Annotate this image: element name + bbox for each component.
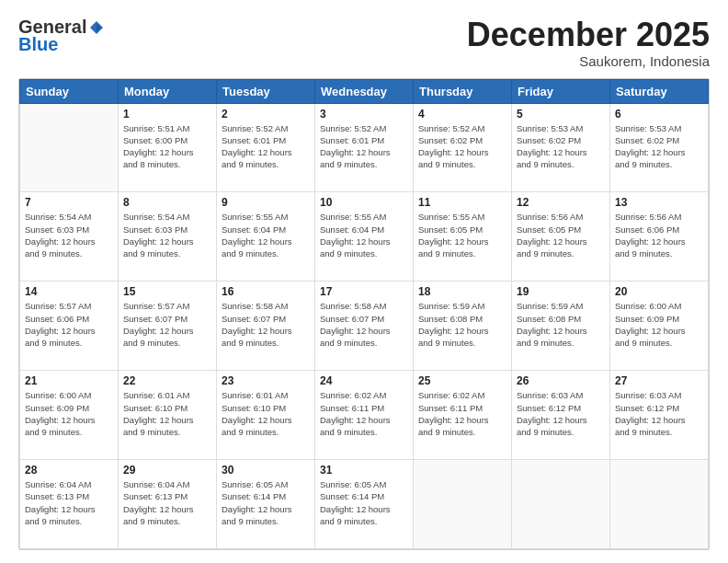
day-number: 10: [320, 196, 408, 209]
day-info: Sunrise: 6:04 AM Sunset: 6:13 PM Dayligh…: [25, 478, 113, 527]
day-cell: 29Sunrise: 6:04 AM Sunset: 6:13 PM Dayli…: [119, 460, 217, 549]
day-info: Sunrise: 5:54 AM Sunset: 6:03 PM Dayligh…: [25, 211, 113, 259]
day-number: 25: [418, 374, 506, 387]
day-cell: 18Sunrise: 5:59 AM Sunset: 6:08 PM Dayli…: [414, 282, 512, 371]
week-row-2: 7Sunrise: 5:54 AM Sunset: 6:03 PM Daylig…: [20, 192, 709, 282]
day-cell: 19Sunrise: 5:59 AM Sunset: 6:08 PM Dayli…: [512, 282, 610, 371]
week-row-1: 1Sunrise: 5:51 AM Sunset: 6:00 PM Daylig…: [20, 103, 709, 192]
day-number: 26: [517, 374, 605, 387]
day-number: 14: [25, 285, 113, 298]
day-header-monday: Monday: [119, 79, 217, 103]
day-number: 16: [222, 285, 310, 298]
day-info: Sunrise: 5:51 AM Sunset: 6:00 PM Dayligh…: [123, 122, 211, 171]
day-info: Sunrise: 6:03 AM Sunset: 6:12 PM Dayligh…: [517, 389, 605, 438]
day-header-tuesday: Tuesday: [217, 79, 315, 103]
day-header-sunday: Sunday: [20, 79, 119, 103]
day-cell: 4Sunrise: 5:52 AM Sunset: 6:02 PM Daylig…: [414, 103, 512, 192]
day-info: Sunrise: 6:02 AM Sunset: 6:11 PM Dayligh…: [418, 389, 506, 438]
day-cell: 11Sunrise: 5:55 AM Sunset: 6:05 PM Dayli…: [414, 192, 512, 282]
day-number: 21: [25, 374, 113, 387]
day-number: 9: [222, 196, 310, 209]
day-cell: 5Sunrise: 5:53 AM Sunset: 6:02 PM Daylig…: [512, 103, 610, 192]
logo: General Blue: [18, 17, 105, 55]
day-cell: 3Sunrise: 5:52 AM Sunset: 6:01 PM Daylig…: [315, 103, 414, 192]
day-number: 22: [123, 374, 211, 387]
logo-blue-text: Blue: [18, 34, 58, 55]
day-cell: 27Sunrise: 6:03 AM Sunset: 6:12 PM Dayli…: [610, 371, 709, 460]
day-number: 27: [615, 374, 703, 387]
day-info: Sunrise: 5:59 AM Sunset: 6:08 PM Dayligh…: [418, 300, 506, 349]
day-info: Sunrise: 6:00 AM Sunset: 6:09 PM Dayligh…: [25, 389, 113, 438]
day-number: 24: [320, 374, 408, 387]
day-cell: 16Sunrise: 5:58 AM Sunset: 6:07 PM Dayli…: [217, 282, 315, 371]
day-number: 28: [25, 464, 113, 477]
day-cell: 13Sunrise: 5:56 AM Sunset: 6:06 PM Dayli…: [610, 192, 709, 282]
day-cell: 12Sunrise: 5:56 AM Sunset: 6:05 PM Dayli…: [512, 192, 610, 282]
day-number: 19: [517, 285, 605, 298]
day-number: 7: [25, 196, 113, 209]
day-number: 31: [320, 464, 408, 477]
day-cell: 6Sunrise: 5:53 AM Sunset: 6:02 PM Daylig…: [610, 103, 709, 192]
day-info: Sunrise: 5:52 AM Sunset: 6:01 PM Dayligh…: [320, 122, 408, 171]
day-number: 2: [222, 108, 310, 121]
day-info: Sunrise: 6:05 AM Sunset: 6:14 PM Dayligh…: [222, 478, 310, 527]
day-number: 8: [123, 196, 211, 209]
day-info: Sunrise: 5:57 AM Sunset: 6:07 PM Dayligh…: [123, 300, 211, 349]
day-header-friday: Friday: [512, 79, 610, 103]
location-subtitle: Saukorem, Indonesia: [467, 53, 710, 69]
calendar: SundayMondayTuesdayWednesdayThursdayFrid…: [18, 78, 710, 550]
day-info: Sunrise: 5:56 AM Sunset: 6:05 PM Dayligh…: [517, 211, 605, 259]
logo-icon: [88, 19, 105, 36]
week-row-4: 21Sunrise: 6:00 AM Sunset: 6:09 PM Dayli…: [20, 371, 709, 460]
day-cell: [610, 460, 709, 549]
day-cell: 23Sunrise: 6:01 AM Sunset: 6:10 PM Dayli…: [217, 371, 315, 460]
day-cell: 25Sunrise: 6:02 AM Sunset: 6:11 PM Dayli…: [414, 371, 512, 460]
day-number: 18: [418, 285, 506, 298]
day-number: 12: [517, 196, 605, 209]
day-cell: 10Sunrise: 5:55 AM Sunset: 6:04 PM Dayli…: [315, 192, 414, 282]
day-cell: 22Sunrise: 6:01 AM Sunset: 6:10 PM Dayli…: [119, 371, 217, 460]
day-info: Sunrise: 5:56 AM Sunset: 6:06 PM Dayligh…: [615, 211, 703, 259]
day-cell: 1Sunrise: 5:51 AM Sunset: 6:00 PM Daylig…: [119, 103, 217, 192]
header: General Blue December 2025 Saukorem, Ind…: [18, 17, 710, 69]
day-number: 1: [123, 108, 211, 121]
month-title: December 2025: [467, 17, 710, 53]
day-info: Sunrise: 6:02 AM Sunset: 6:11 PM Dayligh…: [320, 389, 408, 438]
day-info: Sunrise: 5:58 AM Sunset: 6:07 PM Dayligh…: [320, 300, 408, 349]
day-cell: [414, 460, 512, 549]
day-cell: 26Sunrise: 6:03 AM Sunset: 6:12 PM Dayli…: [512, 371, 610, 460]
day-number: 6: [615, 108, 703, 121]
day-header-saturday: Saturday: [610, 79, 709, 103]
day-cell: 20Sunrise: 6:00 AM Sunset: 6:09 PM Dayli…: [610, 282, 709, 371]
day-cell: 15Sunrise: 5:57 AM Sunset: 6:07 PM Dayli…: [119, 282, 217, 371]
day-cell: 9Sunrise: 5:55 AM Sunset: 6:04 PM Daylig…: [217, 192, 315, 282]
day-number: 5: [517, 108, 605, 121]
week-row-5: 28Sunrise: 6:04 AM Sunset: 6:13 PM Dayli…: [20, 460, 709, 549]
header-row: SundayMondayTuesdayWednesdayThursdayFrid…: [20, 79, 709, 103]
day-cell: 14Sunrise: 5:57 AM Sunset: 6:06 PM Dayli…: [20, 282, 119, 371]
title-block: December 2025 Saukorem, Indonesia: [467, 17, 710, 69]
day-number: 11: [418, 196, 506, 209]
day-cell: 21Sunrise: 6:00 AM Sunset: 6:09 PM Dayli…: [20, 371, 119, 460]
day-cell: 28Sunrise: 6:04 AM Sunset: 6:13 PM Dayli…: [20, 460, 119, 549]
day-number: 30: [222, 464, 310, 477]
day-info: Sunrise: 5:54 AM Sunset: 6:03 PM Dayligh…: [123, 211, 211, 259]
day-number: 3: [320, 108, 408, 121]
week-row-3: 14Sunrise: 5:57 AM Sunset: 6:06 PM Dayli…: [20, 282, 709, 371]
day-info: Sunrise: 5:53 AM Sunset: 6:02 PM Dayligh…: [517, 122, 605, 171]
day-number: 29: [123, 464, 211, 477]
day-info: Sunrise: 5:53 AM Sunset: 6:02 PM Dayligh…: [615, 122, 703, 171]
day-header-wednesday: Wednesday: [315, 79, 414, 103]
page: General Blue December 2025 Saukorem, Ind…: [0, 0, 728, 563]
day-cell: 2Sunrise: 5:52 AM Sunset: 6:01 PM Daylig…: [217, 103, 315, 192]
day-cell: 17Sunrise: 5:58 AM Sunset: 6:07 PM Dayli…: [315, 282, 414, 371]
day-info: Sunrise: 6:04 AM Sunset: 6:13 PM Dayligh…: [123, 478, 211, 527]
day-number: 20: [615, 285, 703, 298]
day-info: Sunrise: 5:52 AM Sunset: 6:02 PM Dayligh…: [418, 122, 506, 171]
day-cell: [20, 103, 119, 192]
day-header-thursday: Thursday: [414, 79, 512, 103]
day-cell: 24Sunrise: 6:02 AM Sunset: 6:11 PM Dayli…: [315, 371, 414, 460]
calendar-table: SundayMondayTuesdayWednesdayThursdayFrid…: [19, 79, 709, 549]
day-cell: 31Sunrise: 6:05 AM Sunset: 6:14 PM Dayli…: [315, 460, 414, 549]
day-cell: [512, 460, 610, 549]
